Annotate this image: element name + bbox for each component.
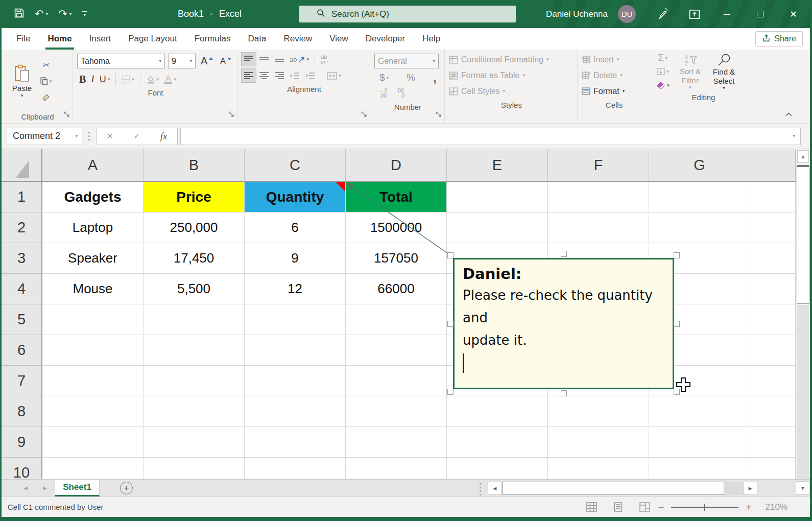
cell-D5[interactable]	[346, 304, 447, 335]
save-icon[interactable]	[14, 8, 25, 20]
font-color-button[interactable]: A ▾	[162, 73, 178, 86]
cell-styles-button[interactable]: Cell Styles▾	[449, 84, 574, 98]
name-box[interactable]: Comment 2▾	[7, 128, 82, 145]
align-center-button[interactable]	[257, 69, 271, 82]
collapse-ribbon-button[interactable]	[785, 110, 793, 119]
feedback-pen-icon[interactable]	[647, 0, 679, 28]
cell-partial10[interactable]	[750, 458, 796, 479]
borders-button[interactable]: ▾	[120, 73, 136, 86]
cell-partial4[interactable]	[750, 274, 796, 304]
autosum-button[interactable]: Σ▾	[654, 53, 672, 63]
redo-button[interactable]: ↷▾	[58, 9, 71, 19]
cell-F10[interactable]	[548, 458, 649, 479]
chevron-down-icon[interactable]: ▾	[75, 134, 78, 138]
scroll-up-arrow-icon[interactable]: ▲	[797, 150, 809, 163]
cell-D6[interactable]	[346, 335, 447, 366]
cell-D2[interactable]: 1500000	[346, 212, 447, 243]
cell-G10[interactable]	[649, 458, 750, 479]
column-header-E[interactable]: E	[447, 149, 548, 182]
paste-button[interactable]: Paste ▾	[6, 53, 38, 110]
minimize-button[interactable]	[710, 0, 744, 28]
cell-A5[interactable]	[42, 304, 144, 335]
cell-C6[interactable]	[245, 335, 346, 366]
cell-G8[interactable]	[649, 396, 750, 427]
share-button[interactable]: Share	[755, 31, 803, 46]
cell-A9[interactable]	[42, 427, 144, 458]
cell-F1[interactable]	[548, 182, 649, 212]
zoom-slider[interactable]	[671, 503, 738, 511]
fill-color-button[interactable]: ▾	[144, 73, 161, 86]
row-header-2[interactable]: 2	[2, 212, 42, 243]
fill-button[interactable]: ▾	[654, 66, 672, 77]
top-align-button[interactable]	[242, 53, 256, 66]
undo-button[interactable]: ↶▾	[35, 9, 48, 19]
close-button[interactable]: ✕	[777, 0, 810, 28]
tab-insert[interactable]: Insert	[81, 28, 120, 50]
row-header-9[interactable]: 9	[2, 427, 42, 458]
row-header-8[interactable]: 8	[2, 396, 42, 427]
cell-partial5[interactable]	[750, 304, 796, 335]
cell-B6[interactable]	[144, 335, 245, 366]
new-sheet-button[interactable]: +	[120, 482, 133, 494]
cell-partial6[interactable]	[750, 335, 796, 366]
insert-cells-button[interactable]: Insert▾	[582, 53, 647, 66]
row-header-3[interactable]: 3	[2, 243, 42, 274]
name-box-splitter[interactable]	[88, 132, 90, 140]
cell-C10[interactable]	[245, 458, 346, 479]
scroll-right-arrow-icon[interactable]: ►	[743, 482, 757, 495]
zoom-out-button[interactable]: −	[658, 502, 664, 512]
resize-handle-bottom-left[interactable]	[447, 389, 453, 395]
cell-G1[interactable]	[649, 182, 750, 212]
conditional-formatting-button[interactable]: Conditional Formatting▾	[449, 53, 574, 66]
horizontal-scrollbar-thumb[interactable]	[503, 482, 724, 495]
zoom-level[interactable]: 210%	[752, 502, 787, 512]
cell-partial3[interactable]	[750, 243, 796, 274]
bold-button[interactable]: B	[77, 73, 88, 86]
tab-review[interactable]: Review	[275, 28, 321, 50]
number-format-select[interactable]: General▾	[374, 54, 439, 68]
cell-B4[interactable]: 5,500	[144, 274, 245, 304]
decrease-indent-button[interactable]	[288, 69, 302, 82]
format-as-table-button[interactable]: Format as Table▾	[449, 68, 574, 82]
cell-F9[interactable]	[548, 427, 649, 458]
cell-A1[interactable]: Gadgets	[42, 182, 144, 212]
cell-A7[interactable]	[42, 366, 144, 396]
row-header-4[interactable]: 4	[2, 274, 42, 304]
customize-quick-access-button[interactable]: ▾	[82, 11, 87, 17]
cell-B2[interactable]: 250,000	[144, 212, 245, 243]
tab-home[interactable]: Home	[39, 28, 80, 50]
cell-B10[interactable]	[144, 458, 245, 479]
enter-check-icon[interactable]: ✓	[133, 131, 140, 141]
vertical-scrollbar-thumb[interactable]	[797, 165, 809, 304]
tab-page-layout[interactable]: Page Layout	[120, 28, 185, 50]
alignment-dialog-launcher[interactable]	[361, 110, 367, 120]
expand-formula-bar-chevron-icon[interactable]: ▾	[793, 134, 795, 138]
font-dialog-launcher[interactable]	[228, 110, 234, 120]
cell-partial8[interactable]	[750, 396, 796, 427]
cell-E10[interactable]	[447, 458, 548, 479]
scrollbar-splitter[interactable]	[480, 483, 481, 495]
avatar[interactable]: DU	[618, 5, 636, 23]
resize-handle-top-middle[interactable]	[561, 251, 567, 257]
percent-style-button[interactable]: %	[404, 71, 417, 84]
sheet-nav-right-icon[interactable]: ►	[35, 480, 55, 496]
resize-handle-bottom-middle[interactable]	[561, 390, 567, 396]
delete-cells-button[interactable]: Delete▾	[582, 68, 647, 82]
sheet-nav-left-icon[interactable]: ◄	[16, 480, 35, 496]
cell-C4[interactable]: 12	[245, 274, 346, 304]
vertical-scrollbar-track[interactable]	[797, 305, 809, 479]
ribbon-display-options-icon[interactable]	[679, 0, 710, 28]
cell-partial7[interactable]	[750, 366, 796, 396]
cell-C5[interactable]	[245, 304, 346, 335]
cell-E9[interactable]	[447, 427, 548, 458]
chevron-down-icon[interactable]: ▾	[69, 12, 72, 16]
italic-button[interactable]: I	[89, 73, 96, 86]
wrap-text-button[interactable]: abc↩	[319, 53, 330, 66]
formula-input[interactable]: ▾	[180, 128, 801, 145]
tab-file[interactable]: File	[8, 28, 39, 50]
select-all-corner[interactable]	[2, 149, 42, 182]
search-input[interactable]: Search (Alt+Q)	[299, 6, 516, 22]
row-header-6[interactable]: 6	[2, 335, 42, 366]
accounting-format-button[interactable]: $▾	[377, 71, 391, 84]
copy-button[interactable]: ▾	[38, 75, 54, 88]
